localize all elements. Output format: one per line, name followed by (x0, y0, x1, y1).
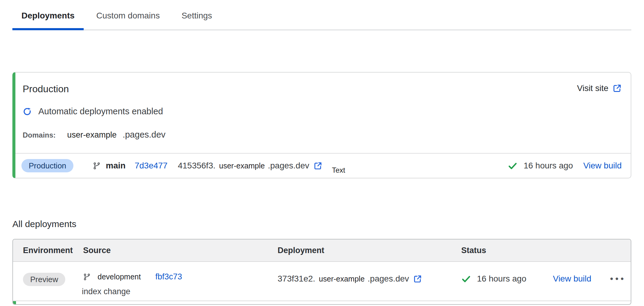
deployments-table: Environment Source Deployment Status Pre… (12, 239, 631, 305)
commit-message: index change (82, 287, 278, 296)
external-link-icon[interactable] (314, 161, 322, 170)
project-domain-name: user-example (67, 130, 117, 140)
project-domain-suffix: .pages.dev (123, 130, 166, 140)
commit-link[interactable]: fbf3c73 (155, 272, 182, 282)
table-row: Preview development fbf3c73 (13, 262, 631, 301)
next-row-green-bar (13, 301, 16, 304)
tab-custom-domains[interactable]: Custom domains (87, 4, 169, 30)
branch-name: main (106, 161, 125, 171)
environment-badge-production: Production (21, 159, 73, 172)
deployment-time: 16 hours ago (523, 161, 573, 171)
deployment-time: 16 hours ago (477, 274, 526, 284)
column-header-environment: Environment (23, 246, 83, 255)
check-icon (461, 274, 471, 284)
deployment-suffix: .pages.dev (368, 274, 409, 284)
visit-site-label: Visit site (577, 83, 608, 93)
deployment-id: 373f31e2. (278, 274, 315, 284)
all-deployments-title: All deployments (12, 219, 644, 229)
tab-deployments[interactable]: Deployments (12, 4, 84, 30)
git-branch-icon (93, 162, 101, 170)
deployment-host: user-example (319, 275, 365, 283)
tab-bar: Deployments Custom domains Settings (12, 4, 631, 30)
column-header-deployment: Deployment (278, 246, 461, 255)
production-card-title: Production (23, 83, 69, 94)
view-build-link[interactable]: View build (583, 161, 622, 171)
column-header-status: Status (461, 246, 631, 255)
domains-row: Domains: user-example .pages.dev (23, 130, 622, 140)
refresh-icon (23, 107, 32, 116)
git-branch-icon (83, 273, 91, 281)
column-header-source: Source (83, 246, 278, 255)
auto-deployments-text: Automatic deployments enabled (38, 106, 163, 116)
visit-site-button[interactable]: Visit site (577, 83, 622, 93)
deployment-id: 415356f3. (178, 161, 216, 171)
commit-link[interactable]: 7d3e477 (135, 161, 168, 171)
branch-name: development (98, 272, 141, 281)
external-link-icon[interactable] (413, 275, 422, 283)
ellipsis-menu-icon[interactable]: ••• (610, 274, 626, 283)
tab-settings[interactable]: Settings (172, 4, 221, 30)
domains-label: Domains: (23, 131, 56, 139)
environment-badge-preview: Preview (23, 273, 65, 286)
production-deployment-row: Production main 7d3e477 415356f3. user-e… (15, 153, 631, 178)
production-card: Production Visit site (12, 72, 631, 178)
table-header-row: Environment Source Deployment Status (13, 239, 631, 262)
check-icon (508, 161, 517, 171)
external-link-icon (613, 84, 622, 93)
deployments-page: Deployments Custom domains Settings Prod… (0, 0, 644, 306)
note-label: Text (332, 166, 345, 174)
deployment-suffix: .pages.dev (268, 161, 309, 171)
view-build-link[interactable]: View build (553, 274, 591, 284)
deployment-host: user-example (219, 161, 265, 170)
